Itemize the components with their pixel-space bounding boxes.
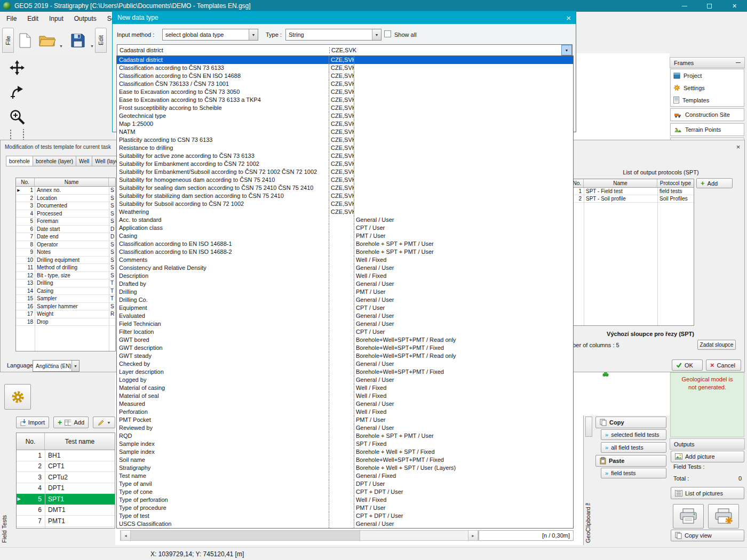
type-select[interactable]: String ▼: [285, 29, 382, 41]
data-type-option[interactable]: Frost susceptibility accoring to Scheibl…: [117, 104, 573, 112]
template-table-row[interactable]: 18Drop: [16, 318, 115, 326]
sidebar-item-construction-site[interactable]: Construction Site: [670, 108, 744, 121]
data-type-option[interactable]: Plasticity according to CSN 73 6133CZE,S…: [117, 136, 573, 144]
data-type-option[interactable]: Classification according to EN ISO 14688…: [117, 240, 573, 248]
data-type-option[interactable]: Reviewed byGeneral / User: [117, 424, 573, 432]
data-type-option[interactable]: Suitability for active zone according to…: [117, 152, 573, 160]
column-header-type[interactable]: [109, 178, 115, 186]
data-type-option[interactable]: EvaluatedGeneral / User: [117, 312, 573, 320]
copy-all-field-tests-button[interactable]: » all field tests: [601, 442, 666, 453]
data-type-option[interactable]: Resistance to drillingCZE,SVK: [117, 144, 573, 152]
collapse-icon[interactable]: [736, 62, 741, 63]
set-columns-button[interactable]: Zadat sloupce: [697, 340, 736, 350]
tab-edit-vertical[interactable]: Edit: [95, 28, 107, 53]
template-table-row[interactable]: 5ForemanS: [16, 218, 115, 226]
data-type-option[interactable]: PerforationWell / Fixed: [117, 408, 573, 416]
save-button[interactable]: [67, 30, 89, 51]
scrollbar-thumb[interactable]: [131, 531, 360, 540]
template-table-row[interactable]: ▶1Annex no.S: [16, 187, 115, 195]
data-type-option[interactable]: CommentsWell / Fixed: [117, 256, 573, 264]
column-header-name[interactable]: Name: [35, 178, 109, 186]
column-header-no[interactable]: No.: [17, 433, 45, 450]
field-test-row[interactable]: 4DPT1: [17, 483, 115, 494]
data-type-option[interactable]: Type of coneCPT + DPT / User: [117, 488, 573, 496]
cancel-button[interactable]: × Cancel: [706, 359, 741, 371]
sidebar-item-project[interactable]: Project: [671, 69, 744, 82]
field-test-row[interactable]: 7PMT1: [17, 516, 115, 527]
field-test-row[interactable]: 2CPT1: [17, 461, 115, 473]
edit-tests-button[interactable]: ▼: [93, 417, 115, 428]
data-type-option[interactable]: Type of perforationWell / Fixed: [117, 496, 573, 504]
data-type-combobox[interactable]: Cadastral district CZE,SVK ▼: [117, 44, 573, 56]
select-tool-button[interactable]: [4, 80, 30, 105]
maximize-button[interactable]: [697, 0, 722, 12]
template-table-row[interactable]: 9NotesS: [16, 249, 115, 257]
data-type-option[interactable]: NATMCZE,SVK: [117, 128, 573, 136]
settings-gear-button[interactable]: [4, 384, 31, 410]
move-tool-button[interactable]: [4, 55, 30, 80]
copy-view-button[interactable]: Copy view: [671, 530, 744, 541]
template-table-row[interactable]: 12Bit - type, sizeS: [16, 272, 115, 280]
data-type-option[interactable]: Sample indexBorehole + Well + SPT / Fixe…: [117, 448, 573, 456]
template-table-row[interactable]: 4ProcessedS: [16, 210, 115, 218]
sidebar-item-settings[interactable]: Settings: [671, 82, 744, 94]
data-type-option[interactable]: PMT PocketPMT / User: [117, 416, 573, 424]
list-of-pictures-button[interactable]: List of pictures: [671, 487, 744, 499]
template-table-row[interactable]: 13DrillingT: [16, 279, 115, 287]
data-type-option[interactable]: EquipmentCPT / User: [117, 304, 573, 312]
data-type-option[interactable]: Logged byGeneral / User: [117, 376, 573, 384]
data-type-option[interactable]: CasingPMT / User: [117, 232, 573, 240]
column-header-name[interactable]: Name: [584, 179, 657, 187]
data-type-option[interactable]: Field TechnicianGeneral / User: [117, 320, 573, 328]
data-type-option[interactable]: Layer descriptionBorehole+Well+SPT+PMT /…: [117, 368, 573, 376]
scroll-left-button[interactable]: ◄: [121, 531, 131, 540]
language-select[interactable]: Angličtina (EN) ▼: [33, 360, 80, 372]
data-type-option[interactable]: Suitability for sealing dam section acco…: [117, 184, 573, 192]
protocol-row[interactable]: 1SPT - Field testfield tests: [557, 188, 694, 195]
template-table-row[interactable]: 14CasingT: [16, 287, 115, 295]
selection-rect-tool-button[interactable]: [4, 129, 30, 140]
data-type-option[interactable]: Suitability for stabilizing dam section …: [117, 192, 573, 200]
import-button[interactable]: Import: [16, 417, 49, 428]
paste-button[interactable]: Paste: [595, 455, 666, 467]
scroll-right-button[interactable]: ►: [468, 531, 478, 540]
data-type-option[interactable]: GWT steadyBorehole+Well+SPT+PMT / Read o…: [117, 352, 573, 360]
panel-collapse-handle[interactable]: [585, 417, 592, 437]
template-table-row[interactable]: 10Drilling equipmentS: [16, 257, 115, 265]
template-table-row[interactable]: 3DocumentedS: [16, 202, 115, 210]
tab-borehole[interactable]: borehole: [6, 156, 33, 166]
sidebar-item-templates[interactable]: Templates: [671, 94, 744, 106]
data-type-option[interactable]: Application classCPT / User: [117, 224, 573, 232]
data-type-option[interactable]: Sample indexSPT / Fixed: [117, 440, 573, 448]
field-test-row[interactable]: 3CPTu2: [17, 472, 115, 483]
template-table-row[interactable]: 15SamplerT: [16, 295, 115, 303]
print-settings-button[interactable]: [708, 504, 739, 529]
template-dialog-close-icon[interactable]: ×: [734, 142, 743, 151]
data-type-option[interactable]: Geotechnical typeCZE,SVK: [117, 112, 573, 120]
template-table-row[interactable]: 16Sampler hammerS: [16, 303, 115, 311]
data-type-option[interactable]: Type of anvilDPT / User: [117, 480, 573, 488]
open-file-dropdown[interactable]: ▼: [58, 30, 65, 51]
menu-outputs[interactable]: Outputs: [69, 12, 102, 25]
data-type-option[interactable]: Type of testCPT + DPT / User: [117, 512, 573, 520]
column-header-no[interactable]: No.: [16, 178, 35, 186]
data-type-option[interactable]: Ease to Excavation according to ČSN 73 6…: [117, 96, 573, 104]
add-protocol-button[interactable]: + Add: [696, 178, 733, 188]
add-picture-button[interactable]: Add picture: [671, 451, 744, 462]
print-button[interactable]: [673, 504, 704, 529]
paste-field-tests-button[interactable]: » field tests: [601, 468, 666, 478]
ok-button[interactable]: OK: [672, 359, 703, 371]
data-type-option[interactable]: Drafted byGeneral / User: [117, 280, 573, 288]
input-method-select[interactable]: select global data type ▼: [162, 29, 258, 41]
data-type-option[interactable]: WeatheringCZE,SVK: [117, 208, 573, 216]
chevron-down-icon[interactable]: ▼: [561, 45, 572, 55]
data-type-option[interactable]: USCS ClassificationGeneral / User: [117, 520, 573, 528]
sidebar-item-terrain-points[interactable]: Terrain Points: [670, 123, 744, 136]
zoom-tool-button[interactable]: [4, 105, 30, 129]
open-file-button[interactable]: [36, 30, 58, 51]
data-type-option[interactable]: Soil nameBorehole+Well+SPT+PMT / Fixed: [117, 456, 573, 464]
field-test-row[interactable]: ▶5SPT1: [17, 494, 115, 505]
data-type-option[interactable]: Test nameGeneral / Fixed: [117, 472, 573, 480]
menu-input[interactable]: Input: [44, 12, 69, 25]
data-type-option[interactable]: Suitability for homogeneous dam accordin…: [117, 176, 573, 184]
